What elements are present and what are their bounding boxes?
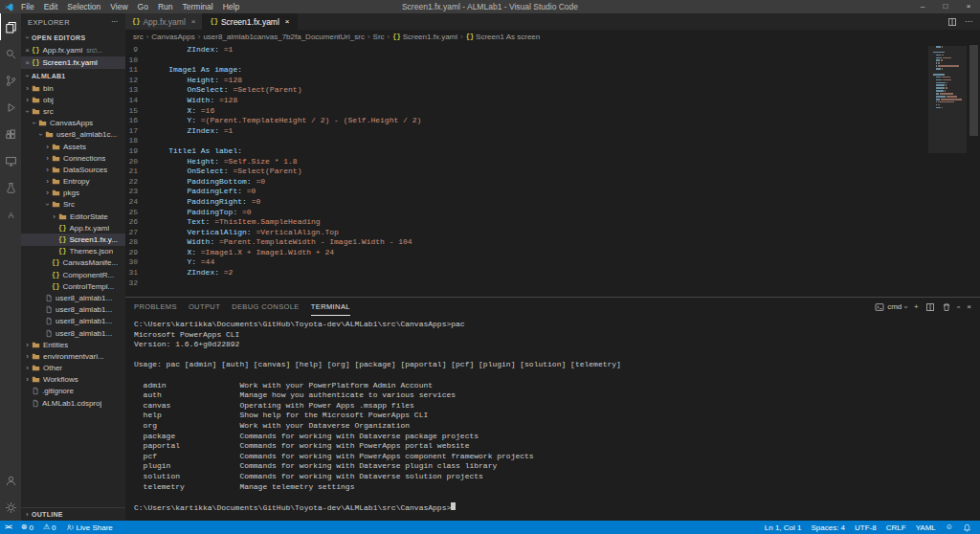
status-notifications[interactable] [958, 521, 976, 534]
code-text[interactable]: Title1 As label: [150, 146, 242, 157]
panel-tab-debug-console[interactable]: DEBUG CONSOLE [232, 298, 300, 316]
activity-run-and-debug[interactable] [0, 94, 21, 121]
menu-terminal[interactable]: Terminal [178, 0, 218, 13]
close-icon[interactable]: × [285, 17, 290, 26]
status-feedback[interactable]: ☺ [941, 521, 958, 534]
code-text[interactable]: PaddingBottom: =0 [150, 177, 265, 188]
more-actions-icon[interactable]: ⋯ [111, 18, 119, 26]
menu-run[interactable]: Run [153, 0, 178, 13]
tree-item-app-fx-yaml[interactable]: {}App.fx.yaml [21, 222, 125, 234]
status-eol[interactable]: CRLF [881, 521, 911, 534]
breadcrumb-item-user8-almlab1canvas-7b2fa-documenturi-src[interactable]: user8_almlab1canvas_7b2fa_DocumentUri_sr… [203, 33, 365, 41]
maximize-button[interactable]: □ [934, 0, 957, 13]
code-text[interactable]: Y: =44 [150, 257, 214, 268]
tree-item-datasources[interactable]: ›DataSources [21, 164, 125, 175]
activity-settings[interactable] [0, 494, 21, 521]
tree-item-connections[interactable]: ›Connections [21, 152, 125, 164]
status-cursor-position[interactable]: Ln 1, Col 1 [760, 521, 807, 534]
new-terminal[interactable]: + [914, 303, 919, 311]
tree-item-editorstate[interactable]: ›EditorState [21, 211, 125, 222]
panel-tab-problems[interactable]: PROBLEMS [134, 298, 177, 316]
menu-selection[interactable]: Selection [62, 0, 105, 13]
close-icon[interactable]: × [191, 17, 196, 26]
menu-go[interactable]: Go [133, 0, 153, 13]
tree-item-canvasapps[interactable]: ›CanvasApps [21, 118, 125, 129]
tree-item-componentr[interactable]: {}ComponentR... [21, 269, 125, 280]
tree-item-canvasmanife[interactable]: {}CanvasManife... [21, 257, 125, 269]
breadcrumb-item-canvasapps[interactable]: CanvasApps [151, 33, 194, 41]
open-editors-header[interactable]: › OPEN EDITORS [21, 31, 125, 44]
tree-item-src[interactable]: ›Src [21, 199, 125, 211]
activity-explorer[interactable] [0, 13, 21, 40]
breadcrumb-item-src[interactable]: src [133, 33, 144, 41]
status-warnings[interactable]: ⚠0 [38, 521, 61, 534]
activity-account[interactable] [0, 467, 21, 494]
tree-item-other[interactable]: ›Other [21, 363, 125, 374]
panel-tab-output[interactable]: OUTPUT [189, 298, 220, 316]
menu-help[interactable]: Help [218, 0, 244, 13]
minimap-slider[interactable] [928, 46, 967, 153]
code-text[interactable]: X: =Image1.X + Image1.Width + 24 [150, 248, 334, 258]
code-text[interactable]: X: =16 [150, 106, 214, 117]
tree-item-almlab1-cdsproj[interactable]: ALMLab1.cdsproj [21, 397, 125, 409]
menu-file[interactable]: File [16, 0, 39, 13]
tree-item-src[interactable]: ›src [21, 105, 125, 117]
status-problems[interactable]: ⊗0 [16, 521, 38, 534]
open-editor-app-fx-yaml[interactable]: ×{}App.fx.yamlsrc\... [21, 44, 125, 56]
open-editor-screen1-fx-yaml[interactable]: ×{}Screen1.fx.yaml [21, 56, 125, 69]
breadcrumb-item-screen1-as-screen[interactable]: {}Screen1 As screen [466, 33, 541, 41]
tree-item-screen1-fx-y[interactable]: {}Screen1.fx.y... [21, 234, 125, 245]
code-text[interactable]: OnSelect: =Select(Parent) [150, 85, 301, 96]
ellipsis-icon[interactable]: ⋯ [965, 18, 972, 26]
code-text[interactable]: ZIndex: =2 [150, 268, 233, 278]
code-editor[interactable]: 9 ZIndex: =11011 Image1 As image:12 Heig… [125, 43, 980, 297]
status-remote[interactable]: >< [0, 521, 16, 534]
code-text[interactable]: PaddingTop: =0 [150, 208, 252, 218]
split-icon[interactable] [947, 17, 957, 27]
status-live-share[interactable]: Live Share [61, 521, 118, 534]
activity-test[interactable] [0, 174, 21, 201]
code-text[interactable]: Text: =ThisItem.SampleHeading [150, 217, 321, 228]
code-text[interactable]: Y: =(Parent.TemplateHeight / 2) - (Self.… [150, 116, 421, 126]
code-text[interactable]: Image1 As image: [150, 65, 242, 76]
tree-item-bin[interactable]: ›bin [21, 82, 125, 94]
activity-extensions[interactable] [0, 121, 21, 147]
code-text[interactable]: ZIndex: =1 [150, 126, 233, 137]
code-text[interactable]: Height: =Self.Size * 1.8 [150, 157, 298, 167]
close-button[interactable]: × [957, 0, 980, 13]
close-panel[interactable]: × [967, 303, 971, 311]
tree-item-entities[interactable]: ›Entities [21, 339, 125, 350]
activity-source-control[interactable] [0, 67, 21, 94]
tree-item-user8-almlab1[interactable]: user8_almlab1... [21, 327, 125, 339]
terminal-output[interactable]: C:\Users\kartikka\Documents\GitHub\Toyot… [125, 316, 980, 521]
close-icon[interactable]: × [23, 58, 32, 67]
tree-item-themes-json[interactable]: {}Themes.json [21, 246, 125, 257]
code-text[interactable]: Width: =128 [150, 96, 237, 106]
minimize-button[interactable]: – [911, 0, 934, 13]
tree-item-entropy[interactable]: ›Entropy [21, 176, 125, 188]
maximize-panel[interactable]: › [958, 303, 961, 311]
kill-terminal[interactable] [942, 302, 951, 312]
activity-search[interactable] [0, 40, 21, 67]
folder-root-header[interactable]: › ALMLAB1 [21, 69, 125, 82]
tree-item-user8-almlab1[interactable]: user8_almlab1... [21, 316, 125, 327]
menu-view[interactable]: View [105, 0, 132, 13]
tree-item-pkgs[interactable]: ›pkgs [21, 188, 125, 199]
breadcrumb-item-src[interactable]: Src [373, 33, 385, 41]
tree-item-environmentvari[interactable]: ›environmentvari... [21, 350, 125, 362]
terminal-picker[interactable]: cmd› [875, 302, 907, 312]
code-text[interactable]: ZIndex: =1 [150, 45, 233, 56]
split-terminal[interactable] [925, 302, 935, 312]
code-text[interactable]: VerticalAlign: =VerticalAlign.Top [150, 228, 339, 238]
tree-item-workflows[interactable]: ›Workflows [21, 374, 125, 386]
status-encoding[interactable]: UTF-8 [850, 521, 881, 534]
tree-item-controltempl[interactable]: {}ControlTempl... [21, 280, 125, 292]
code-text[interactable]: Width: =Parent.TemplateWidth - Image1.Wi… [150, 237, 412, 248]
menu-edit[interactable]: Edit [39, 0, 63, 13]
outline-header[interactable]: › OUTLINE [21, 507, 125, 521]
tree-item-gitignore[interactable]: .gitignore [21, 386, 125, 397]
tree-item-obj[interactable]: ›obj [21, 94, 125, 105]
status-indentation[interactable]: Spaces: 4 [806, 521, 850, 534]
tab-app-fx-yaml[interactable]: {}App.fx.yaml× [125, 13, 203, 30]
code-text[interactable]: OnSelect: =Select(Parent) [150, 167, 301, 177]
